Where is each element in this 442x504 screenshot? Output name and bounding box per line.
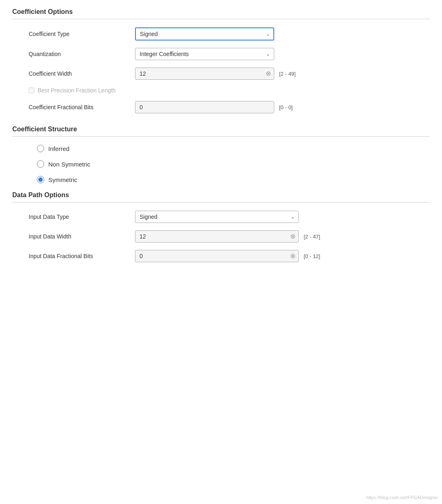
radio-inferred-label: Inferred <box>48 145 70 152</box>
coefficient-structure-radio-group: Inferred Non Symmetric Symmetric <box>12 145 430 183</box>
input-data-width-control: ⊗ [2 - 47] <box>135 230 320 243</box>
input-data-fractional-bits-range: [0 - 12] <box>304 253 320 259</box>
best-precision-checkbox[interactable] <box>29 88 34 93</box>
coefficient-fractional-bits-input-wrapper: ⊗ <box>135 101 274 113</box>
quantization-select[interactable]: Integer Coefficients Fixed Point <box>135 48 274 60</box>
coefficient-fractional-bits-control: ⊗ [0 - 0] <box>135 101 293 113</box>
input-data-fractional-bits-label: Input Data Fractional Bits <box>29 253 135 259</box>
radio-item-inferred: Inferred <box>37 145 430 152</box>
radio-inferred[interactable] <box>37 145 44 152</box>
input-data-type-select-wrapper: Signed Unsigned ⌄ <box>135 211 299 223</box>
quantization-select-wrapper: Integer Coefficients Fixed Point ⌄ <box>135 48 274 60</box>
coefficient-fractional-bits-label: Coefficient Fractional Bits <box>29 104 135 110</box>
radio-item-non-symmetric: Non Symmetric <box>37 160 430 168</box>
input-data-width-row: Input Data Width ⊗ [2 - 47] <box>12 230 430 243</box>
coefficient-type-select-wrapper: Signed Unsigned ⌄ <box>135 27 274 40</box>
best-precision-label: Best Precision Fraction Length <box>38 87 116 94</box>
coefficient-structure-title: Coefficient Structure <box>12 126 430 137</box>
input-data-type-row: Input Data Type Signed Unsigned ⌄ <box>12 211 430 223</box>
input-data-width-input[interactable] <box>135 230 299 243</box>
input-data-fractional-bits-input[interactable] <box>135 250 299 262</box>
best-precision-row: Best Precision Fraction Length <box>12 87 430 94</box>
watermark-text: https://blog.csdn.net/FPGADesigner <box>366 495 438 500</box>
coefficient-type-label: Coefficient Type <box>29 31 135 37</box>
coefficient-options-title: Coefficient Options <box>12 8 430 19</box>
coefficient-width-control: ⊗ [2 - 49] <box>135 68 295 80</box>
coefficient-options-section: Coefficient Options Coefficient Type Sig… <box>12 8 430 113</box>
input-data-fractional-bits-clear-button[interactable]: ⊗ <box>290 253 295 259</box>
input-data-type-select[interactable]: Signed Unsigned <box>135 211 299 223</box>
coefficient-width-range: [2 - 49] <box>279 71 295 77</box>
coefficient-width-row: Coefficient Width ⊗ [2 - 49] <box>12 68 430 80</box>
input-data-width-clear-button[interactable]: ⊗ <box>290 233 295 240</box>
coefficient-type-row: Coefficient Type Signed Unsigned ⌄ <box>12 27 430 40</box>
input-data-fractional-bits-input-wrapper: ⊗ <box>135 250 299 262</box>
input-data-fractional-bits-row: Input Data Fractional Bits ⊗ [0 - 12] <box>12 250 430 262</box>
data-path-options-title: Data Path Options <box>12 191 430 202</box>
coefficient-fractional-bits-range: [0 - 0] <box>279 104 293 110</box>
coefficient-type-select[interactable]: Signed Unsigned <box>135 27 274 40</box>
input-data-width-label: Input Data Width <box>29 233 135 240</box>
data-path-options-section: Data Path Options Input Data Type Signed… <box>12 191 430 262</box>
input-data-type-control: Signed Unsigned ⌄ <box>135 211 299 223</box>
radio-non-symmetric-label: Non Symmetric <box>48 161 90 168</box>
coefficient-fractional-bits-row: Coefficient Fractional Bits ⊗ [0 - 0] <box>12 101 430 113</box>
coefficient-type-control: Signed Unsigned ⌄ <box>135 27 274 40</box>
quantization-control: Integer Coefficients Fixed Point ⌄ <box>135 48 274 60</box>
radio-non-symmetric[interactable] <box>37 160 44 168</box>
radio-symmetric[interactable] <box>37 176 44 183</box>
quantization-label: Quantization <box>29 51 135 57</box>
coefficient-width-input[interactable] <box>135 68 274 80</box>
input-data-fractional-bits-control: ⊗ [0 - 12] <box>135 250 320 262</box>
input-data-type-label: Input Data Type <box>29 214 135 220</box>
coefficient-structure-section: Coefficient Structure Inferred Non Symme… <box>12 126 430 183</box>
quantization-row: Quantization Integer Coefficients Fixed … <box>12 48 430 60</box>
coefficient-width-clear-button[interactable]: ⊗ <box>266 70 271 77</box>
input-data-width-input-wrapper: ⊗ <box>135 230 299 243</box>
radio-symmetric-label: Symmetric <box>48 176 77 183</box>
coefficient-width-label: Coefficient Width <box>29 70 135 77</box>
coefficient-fractional-bits-input[interactable] <box>135 101 274 113</box>
radio-item-symmetric: Symmetric <box>37 176 430 183</box>
coefficient-width-input-wrapper: ⊗ <box>135 68 274 80</box>
input-data-width-range: [2 - 47] <box>304 234 320 240</box>
